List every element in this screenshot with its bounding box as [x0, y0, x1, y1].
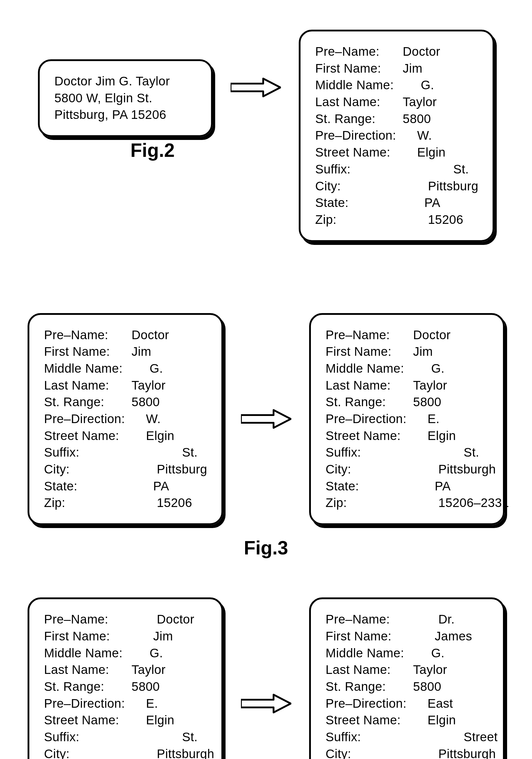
kv-line: St. Range: 5800	[44, 394, 208, 411]
kv-value: Jim	[132, 628, 214, 645]
kv-key: State:	[326, 478, 413, 495]
kv-key: Pre–Name:	[315, 43, 403, 60]
kv-key: City:	[326, 746, 413, 759]
figure-2-caption: Fig.2	[131, 140, 174, 161]
kv-key: Pre–Name:	[44, 327, 132, 343]
kv-value: St.	[403, 161, 478, 178]
kv-value: W.	[403, 127, 478, 144]
kv-value: Pittsburgh	[413, 746, 511, 759]
kv-key: Street Name:	[44, 712, 132, 729]
kv-line: Pre–Name: Doctor	[44, 327, 208, 343]
kv-key: First Name:	[44, 343, 132, 360]
svg-marker-1	[241, 410, 291, 428]
kv-value: 5800	[413, 678, 511, 695]
kv-value: St.	[132, 444, 207, 461]
kv-key: First Name:	[326, 343, 413, 360]
kv-line: Middle Name: G.	[326, 645, 511, 662]
kv-value: PA	[403, 194, 478, 211]
kv-value: Jim	[132, 343, 207, 360]
kv-value: G.	[132, 360, 207, 377]
kv-value: Elgin	[413, 712, 511, 729]
kv-value: Pittsburgh	[413, 461, 509, 478]
kv-value: Taylor	[413, 377, 509, 394]
kv-value: E.	[132, 695, 214, 712]
kv-key: Street Name:	[44, 427, 132, 444]
kv-line: First Name: Jim	[326, 343, 509, 360]
kv-line: Pre–Name: Doctor	[326, 327, 509, 343]
kv-key: Pre–Name:	[326, 611, 413, 628]
kv-key: Suffix:	[326, 729, 413, 746]
kv-value: Pittsburg	[132, 461, 207, 478]
kv-key: Suffix:	[44, 444, 132, 461]
figure-2: Doctor Jim G. Taylor 5800 W, Elgin St. P…	[36, 30, 496, 242]
kv-key: First Name:	[326, 628, 413, 645]
kv-value: G.	[413, 360, 509, 377]
kv-line: Pre–Direction: W.	[44, 411, 208, 427]
kv-line: Last Name: Taylor	[326, 661, 511, 678]
kv-value: Doctor	[132, 611, 214, 628]
fig3-left-box: Pre–Name: DoctorFirst Name: JimMiddle Na…	[27, 313, 223, 525]
kv-key: Suffix:	[44, 729, 132, 746]
page: Doctor Jim G. Taylor 5800 W, Elgin St. P…	[0, 0, 532, 759]
kv-value: PA	[132, 478, 207, 495]
kv-line: First Name: Jim	[44, 628, 214, 645]
kv-key: First Name:	[315, 60, 403, 77]
kv-line: Zip: 15206	[44, 495, 208, 511]
kv-value: James	[413, 628, 511, 645]
kv-key: City:	[44, 461, 132, 478]
kv-line: Middle Name: G.	[326, 360, 509, 377]
fig3-left-list: Pre–Name: DoctorFirst Name: JimMiddle Na…	[44, 327, 208, 512]
kv-key: Suffix:	[315, 161, 403, 178]
kv-value: PA	[413, 478, 509, 495]
kv-line: Suffix: St.	[44, 444, 208, 461]
kv-line: Street Name: Elgin	[315, 144, 479, 161]
kv-key: Pre–Direction:	[44, 411, 132, 427]
kv-line: Middle Name: G.	[315, 77, 479, 94]
kv-value: Pittsburgh	[132, 746, 214, 759]
kv-key: Zip:	[315, 211, 403, 228]
kv-value: Taylor	[413, 661, 511, 678]
kv-line: Street Name: Elgin	[326, 427, 509, 444]
kv-value: 15206–2331	[413, 495, 509, 511]
kv-key: Last Name:	[326, 377, 413, 394]
fig3-right-list: Pre–Name: DoctorFirst Name: JimMiddle Na…	[326, 327, 509, 512]
kv-line: Zip: 15206–2331	[326, 495, 509, 511]
fig4-left-list: Pre–Name: DoctorFirst Name: JimMiddle Na…	[44, 611, 214, 759]
fig2-input-line: Pittsburg, PA 15206	[55, 106, 170, 123]
kv-line: First Name: Jim	[315, 60, 479, 77]
kv-line: Last Name: Taylor	[44, 377, 208, 394]
kv-value: Elgin	[413, 427, 509, 444]
kv-key: Suffix:	[326, 444, 413, 461]
fig4-left-box: Pre–Name: DoctorFirst Name: JimMiddle Na…	[27, 597, 223, 759]
figure-2-row: Doctor Jim G. Taylor 5800 W, Elgin St. P…	[36, 30, 496, 242]
kv-line: Pre–Name: Dr.	[326, 611, 511, 628]
kv-line: Street Name: Elgin	[326, 712, 511, 729]
fig2-input-text: Doctor Jim G. Taylor 5800 W, Elgin St. P…	[55, 73, 170, 123]
kv-value: Doctor	[403, 43, 478, 60]
kv-value: E.	[413, 411, 509, 427]
fig2-input-line: Doctor Jim G. Taylor	[55, 73, 170, 90]
kv-key: Middle Name:	[44, 360, 132, 377]
kv-value: Doctor	[132, 327, 207, 343]
kv-line: City: Pittsburg	[44, 461, 208, 478]
kv-value: 15206	[403, 211, 478, 228]
kv-line: Suffix: St.	[44, 729, 214, 746]
kv-line: Last Name: Taylor	[326, 377, 509, 394]
arrow-icon	[241, 409, 291, 429]
kv-key: St. Range:	[44, 678, 132, 695]
kv-key: State:	[44, 478, 132, 495]
kv-key: Pre–Direction:	[326, 695, 413, 712]
kv-value: G.	[413, 645, 511, 662]
kv-line: City: Pittsburgh	[44, 746, 214, 759]
kv-line: St. Range: 5800	[326, 394, 509, 411]
kv-value: Elgin	[132, 427, 207, 444]
kv-value: 5800	[403, 111, 478, 128]
kv-line: Street Name: Elgin	[44, 712, 214, 729]
svg-marker-2	[241, 695, 291, 712]
kv-value: 5800	[132, 394, 207, 411]
kv-key: St. Range:	[326, 678, 413, 695]
kv-key: State:	[315, 194, 403, 211]
kv-key: Middle Name:	[315, 77, 403, 94]
kv-line: Pre–Name: Doctor	[44, 611, 214, 628]
kv-key: Last Name:	[44, 661, 132, 678]
